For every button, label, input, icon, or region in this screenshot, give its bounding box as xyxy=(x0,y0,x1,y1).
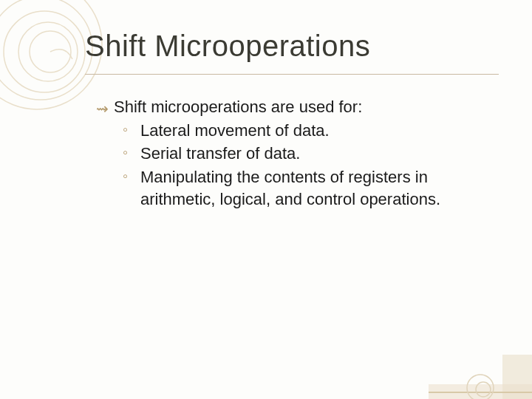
svg-point-1 xyxy=(0,0,92,100)
swirl-bullet-icon: ⇝ xyxy=(96,99,109,119)
slide: Shift Microoperations ⇝ Shift microopera… xyxy=(0,0,532,399)
intro-text: Shift microoperations are used for: xyxy=(114,98,362,116)
svg-point-4 xyxy=(30,31,71,72)
list-item-text: Lateral movement of data. xyxy=(140,121,330,140)
svg-point-3 xyxy=(18,22,78,81)
list-item-text: Manipulating the contents of registers i… xyxy=(140,168,440,208)
list-item-text: Serial transfer of data. xyxy=(140,144,300,163)
circle-bullet-icon: ◦ xyxy=(123,166,128,186)
svg-point-8 xyxy=(467,375,494,399)
corner-decoration xyxy=(429,355,532,399)
slide-title: Shift Microoperations xyxy=(85,30,370,63)
intro-line: ⇝ Shift microoperations are used for: xyxy=(96,96,495,118)
list-item: ◦ Serial transfer of data. xyxy=(96,143,495,165)
svg-rect-7 xyxy=(429,392,532,393)
svg-point-2 xyxy=(4,11,85,92)
slide-body: ⇝ Shift microoperations are used for: ◦ … xyxy=(96,96,495,211)
svg-rect-6 xyxy=(502,355,532,399)
svg-rect-5 xyxy=(429,384,532,399)
circle-bullet-icon: ◦ xyxy=(123,143,128,163)
circle-bullet-icon: ◦ xyxy=(123,120,128,140)
title-underline xyxy=(85,74,499,75)
list-item: ◦ Lateral movement of data. xyxy=(96,120,495,142)
list-item: ◦ Manipulating the contents of registers… xyxy=(96,166,495,210)
svg-point-9 xyxy=(476,382,491,397)
